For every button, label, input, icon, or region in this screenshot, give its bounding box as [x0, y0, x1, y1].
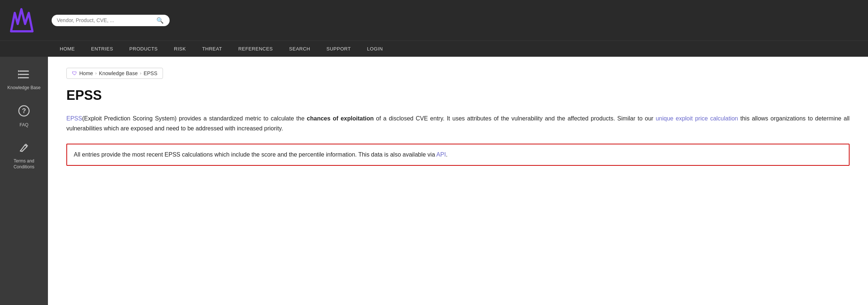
highlight-box: All entries provide the most recent EPSS…	[66, 144, 850, 165]
sidebar-item-terms[interactable]: Terms and Conditions	[0, 137, 48, 175]
shield-icon: 🛡	[72, 70, 77, 76]
svg-line-13	[20, 151, 22, 151]
highlight-text: All entries provide the most recent EPSS…	[74, 151, 436, 158]
svg-point-7	[18, 77, 19, 79]
nav-threat[interactable]: THREAT	[194, 41, 230, 57]
svg-point-6	[18, 74, 19, 76]
logo[interactable]	[7, 6, 41, 35]
sidebar-item-knowledge-base[interactable]: Knowledge Base	[0, 64, 48, 96]
page-title: EPSS	[66, 88, 850, 103]
nav-login[interactable]: LOGIN	[359, 41, 391, 57]
nav-entries[interactable]: ENTRIES	[83, 41, 121, 57]
sidebar-terms-label: Terms and Conditions	[4, 158, 44, 170]
content-area: 🛡 Home › Knowledge Base › EPSS EPSS EPSS…	[48, 57, 868, 305]
para1-after-bold: of a disclosed CVE entry. It uses attrib…	[374, 115, 656, 122]
search-input[interactable]	[57, 17, 156, 23]
list-icon	[18, 69, 30, 82]
svg-marker-0	[11, 9, 32, 31]
nav-risk[interactable]: RISK	[166, 41, 194, 57]
exploit-price-link[interactable]: unique exploit price calculation	[656, 115, 738, 122]
sidebar-item-faq[interactable]: ? FAQ	[0, 100, 48, 133]
nav-references[interactable]: REFERENCES	[230, 41, 281, 57]
epss-link[interactable]: EPSS	[66, 115, 82, 122]
svg-line-10	[20, 145, 25, 151]
para1-bold: chances of exploitation	[307, 115, 374, 122]
highlight-end: .	[446, 151, 447, 158]
edit-icon	[18, 142, 29, 155]
breadcrumb-current: EPSS	[143, 70, 157, 76]
nav-support[interactable]: SUPPORT	[318, 41, 359, 57]
search-container: 🔍	[52, 15, 170, 26]
body-paragraph-1: EPSS(Exploit Prediction Scoring System) …	[66, 113, 850, 133]
sidebar-knowledge-base-label: Knowledge Base	[7, 85, 41, 91]
svg-text:?: ?	[22, 107, 26, 115]
breadcrumb-kb[interactable]: Knowledge Base	[99, 70, 138, 76]
breadcrumb-sep-1: ›	[95, 71, 97, 76]
api-link[interactable]: API	[436, 151, 446, 158]
sidebar-faq-label: FAQ	[20, 122, 28, 128]
nav-products[interactable]: PRODUCTS	[121, 41, 166, 57]
search-icon: 🔍	[156, 17, 164, 24]
para1-before-bold: (Exploit Prediction Scoring System) prov…	[82, 115, 307, 122]
navbar: HOME ENTRIES PRODUCTS RISK THREAT REFERE…	[0, 41, 868, 57]
svg-point-5	[18, 70, 19, 72]
nav-search[interactable]: SEARCH	[281, 41, 318, 57]
topbar: 🔍	[0, 0, 868, 41]
breadcrumb-sep-2: ›	[140, 71, 141, 76]
sidebar: Knowledge Base ? FAQ	[0, 57, 48, 305]
question-icon: ?	[18, 105, 30, 119]
breadcrumb-home[interactable]: Home	[79, 70, 93, 76]
main-layout: Knowledge Base ? FAQ	[0, 57, 868, 305]
breadcrumb: 🛡 Home › Knowledge Base › EPSS	[66, 68, 163, 79]
nav-home[interactable]: HOME	[52, 41, 83, 57]
